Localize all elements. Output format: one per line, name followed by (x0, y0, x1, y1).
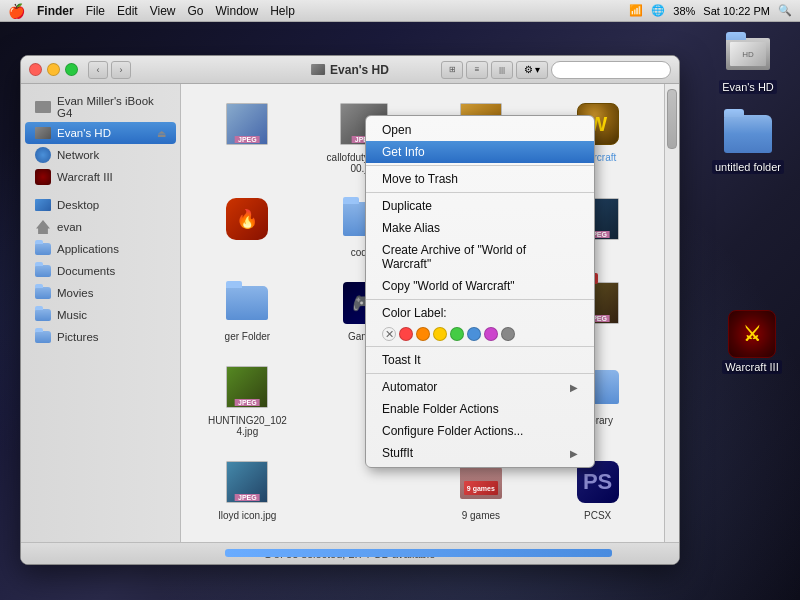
color-purple[interactable] (484, 327, 498, 341)
file-icon (223, 279, 271, 327)
list-item[interactable]: ger Folder (189, 271, 306, 355)
applications-icon (35, 241, 51, 257)
zoom-button[interactable] (65, 63, 78, 76)
sidebar-label-applications: Applications (57, 243, 119, 255)
titlebar-controls: ⊞ ≡ ||| ⚙ ▾ (441, 61, 671, 79)
sidebar-label-evan: evan (57, 221, 82, 233)
sidebar-item-evan[interactable]: evan (25, 216, 176, 238)
separator-4 (366, 346, 594, 347)
file-icon: 🔥 (223, 195, 271, 243)
desktop-icon-untitled-folder[interactable]: untitled folder (708, 110, 788, 174)
context-make-alias[interactable]: Make Alias (366, 217, 594, 239)
music-icon (35, 307, 51, 323)
column-view-button[interactable]: ||| (491, 61, 513, 79)
sidebar-label-music: Music (57, 309, 87, 321)
sidebar-item-movies[interactable]: Movies (25, 282, 176, 304)
color-orange[interactable] (416, 327, 430, 341)
sidebar-label-network: Network (57, 149, 99, 161)
warcraft-sidebar-icon (35, 169, 51, 185)
context-automator[interactable]: Automator ▶ (366, 376, 594, 398)
context-menu: Open Get Info Move to Trash Duplicate Ma… (365, 115, 595, 468)
submenu-arrow-stuffit: ▶ (570, 448, 578, 459)
color-gray[interactable] (501, 327, 515, 341)
desktop: 🍎 Finder File Edit View Go Window Help 📶… (0, 0, 800, 600)
icon-view-button[interactable]: ⊞ (441, 61, 463, 79)
list-view-button[interactable]: ≡ (466, 61, 488, 79)
menu-go[interactable]: Go (188, 4, 204, 18)
menu-file[interactable]: File (86, 4, 105, 18)
menu-view[interactable]: View (150, 4, 176, 18)
spotlight-icon[interactable]: 🔍 (778, 4, 792, 17)
context-open[interactable]: Open (366, 119, 594, 141)
sidebar-item-documents[interactable]: Documents (25, 260, 176, 282)
file-label: PCSX (584, 510, 611, 521)
context-move-trash[interactable]: Move to Trash (366, 168, 594, 190)
context-enable-folder[interactable]: Enable Folder Actions (366, 398, 594, 420)
color-red[interactable] (399, 327, 413, 341)
wifi-icon: 🌐 (651, 4, 665, 17)
sidebar-item-evans-hd[interactable]: Evan's HD ⏏ (25, 122, 176, 144)
pictures-icon (35, 329, 51, 345)
sidebar-item-ibook[interactable]: Evan Miller's iBook G4 (25, 92, 176, 122)
sidebar-label-ibook: Evan Miller's iBook G4 (57, 95, 166, 119)
sidebar-label-documents: Documents (57, 265, 115, 277)
sidebar: Evan Miller's iBook G4 Evan's HD ⏏ Netwo… (21, 84, 181, 542)
scrollbar[interactable] (664, 84, 679, 542)
list-item[interactable]: 🔥 (189, 187, 306, 271)
menu-help[interactable]: Help (270, 4, 295, 18)
context-copy[interactable]: Copy "World of Warcraft" (366, 275, 594, 297)
context-create-archive[interactable]: Create Archive of "World of Warcraft" (366, 239, 594, 275)
context-color-label: Color Label: (366, 302, 594, 324)
sidebar-item-network[interactable]: Network (25, 144, 176, 166)
context-configure[interactable]: Configure Folder Actions... (366, 420, 594, 442)
apple-menu[interactable]: 🍎 (8, 3, 25, 19)
statusbar: 1 of 33 selected, 2.74 GB available (21, 542, 679, 564)
close-button[interactable] (29, 63, 42, 76)
untitled-folder-icon-label: untitled folder (712, 160, 784, 174)
color-none[interactable]: ✕ (382, 327, 396, 341)
file-icon: JPEG (223, 100, 271, 148)
list-item[interactable]: JPEG (189, 92, 306, 187)
menu-window[interactable]: Window (216, 4, 259, 18)
sidebar-item-music[interactable]: Music (25, 304, 176, 326)
clock: Sat 10:22 PM (703, 5, 770, 17)
titlebar: ‹ › Evan's HD ⊞ ≡ ||| ⚙ ▾ (21, 56, 679, 84)
network-icon (35, 147, 51, 163)
stuffit-label: StuffIt (382, 446, 413, 460)
search-input[interactable] (551, 61, 671, 79)
list-item[interactable]: JPEG lloyd icon.jpg (189, 450, 306, 534)
desktop-icon-evans-hd[interactable]: HD Evan's HD (708, 30, 788, 94)
forward-button[interactable]: › (111, 61, 131, 79)
context-get-info[interactable]: Get Info (366, 141, 594, 163)
hd-icon-label: Evan's HD (719, 80, 777, 94)
action-button[interactable]: ⚙ ▾ (516, 61, 548, 79)
back-button[interactable]: ‹ (88, 61, 108, 79)
color-green[interactable] (450, 327, 464, 341)
sidebar-item-applications[interactable]: Applications (25, 238, 176, 260)
menu-edit[interactable]: Edit (117, 4, 138, 18)
color-blue[interactable] (467, 327, 481, 341)
context-stuffit[interactable]: StuffIt ▶ (366, 442, 594, 464)
color-yellow[interactable] (433, 327, 447, 341)
color-labels: ✕ (366, 324, 594, 344)
sidebar-item-desktop[interactable]: Desktop (25, 194, 176, 216)
signal-icon: 📶 (629, 4, 643, 17)
list-item[interactable]: JPEG HUNTING20_1024.jpg (189, 355, 306, 450)
desktop-icon-warcraft-iii[interactable]: ⚔ Warcraft III (712, 310, 792, 374)
hd-title-icon (311, 64, 325, 75)
context-toast[interactable]: Toast It (366, 349, 594, 371)
minimize-button[interactable] (47, 63, 60, 76)
sidebar-item-pictures[interactable]: Pictures (25, 326, 176, 348)
sidebar-item-warcraft[interactable]: Warcraft III (25, 166, 176, 188)
untitled-folder-icon-image (724, 110, 772, 158)
window-title: Evan's HD (311, 63, 389, 77)
ibook-icon (35, 99, 51, 115)
separator-3 (366, 299, 594, 300)
file-label: ger Folder (225, 331, 271, 342)
separator-1 (366, 165, 594, 166)
scrollbar-thumb[interactable] (667, 89, 677, 149)
menu-finder[interactable]: Finder (37, 4, 74, 18)
eject-icon[interactable]: ⏏ (157, 128, 166, 139)
context-duplicate[interactable]: Duplicate (366, 195, 594, 217)
documents-icon (35, 263, 51, 279)
